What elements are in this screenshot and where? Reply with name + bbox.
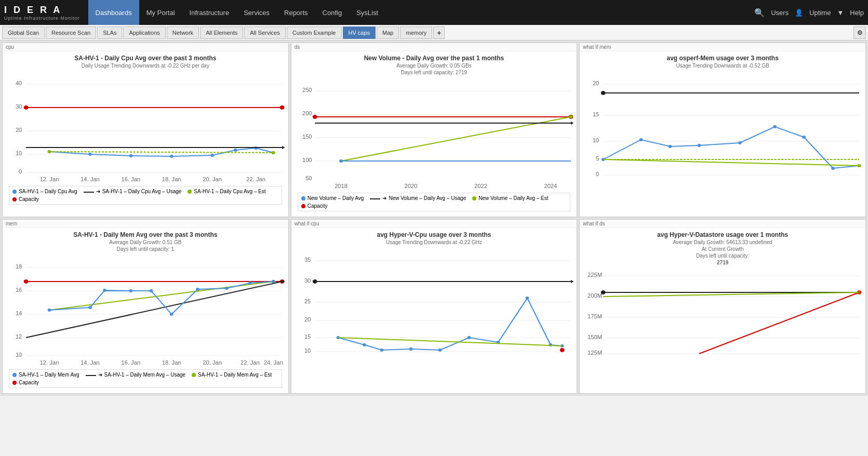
- tab-slas[interactable]: SLAs: [97, 26, 122, 39]
- svg-point-96: [24, 279, 29, 284]
- tab-hv-caps[interactable]: HV caps: [343, 26, 376, 39]
- svg-text:5: 5: [596, 156, 599, 162]
- panel-ds-content: New Volume - Daily Avg over the past 1 m…: [291, 51, 577, 217]
- svg-text:14. Jan: 14. Jan: [81, 177, 100, 182]
- app-logo: I D E R A Uptime Infrastructure Monitor: [4, 5, 80, 21]
- svg-point-150: [601, 290, 606, 294]
- panel-cpu: cpu SA-HV-1 - Daily Cpu Avg over the pas…: [2, 43, 289, 217]
- nav-infrastructure[interactable]: Infrastructure: [182, 0, 237, 25]
- svg-point-102: [48, 309, 51, 312]
- svg-marker-30: [282, 146, 285, 149]
- tab-global-scan[interactable]: Global Scan: [2, 26, 45, 39]
- search-icon[interactable]: 🔍: [754, 8, 765, 18]
- svg-point-134: [525, 297, 529, 300]
- nav-dashboards[interactable]: Dashboards: [88, 0, 139, 25]
- svg-text:50: 50: [305, 176, 312, 181]
- svg-text:14: 14: [16, 311, 22, 316]
- svg-point-70: [698, 144, 701, 147]
- panel-what-if-mem: what if mem avg osperf-Mem usage over 3 …: [579, 43, 866, 217]
- svg-text:15: 15: [593, 112, 599, 117]
- svg-point-138: [559, 348, 564, 352]
- what-if-ds-chart-subtitle2: At Current Growth: [583, 246, 862, 252]
- logo-subtitle: Uptime Infrastructure Monitor: [4, 16, 80, 21]
- svg-text:0: 0: [19, 169, 22, 175]
- svg-text:18. Jan: 18. Jan: [162, 360, 181, 366]
- cpu-chart: 40 30 20 10 0 12. Jan 14. Jan 16. Jan 18…: [6, 70, 285, 184]
- what-if-ds-chart: 225M 200M 175M 150M 125M: [583, 266, 862, 360]
- what-if-ds-chart-subtitle4: 2719: [583, 260, 862, 265]
- tab-network[interactable]: Network: [167, 26, 199, 39]
- cpu-legend: SA-HV-1 – Daily Cpu Avg ➜SA-HV-1 – Daily…: [9, 186, 282, 205]
- svg-point-28: [272, 151, 275, 154]
- svg-text:10: 10: [16, 352, 22, 358]
- panel-mem-label: mem: [3, 220, 288, 228]
- panel-ds: ds New Volume - Daily Avg over the past …: [291, 43, 578, 217]
- nav-uptime[interactable]: Uptime: [809, 9, 831, 17]
- mem-chart-subtitle2: Days left until capacity: 1: [6, 246, 285, 252]
- panel-what-if-mem-label: what if mem: [580, 43, 865, 51]
- svg-line-76: [604, 159, 860, 166]
- ds-chart-subtitle1: Average Daily Growth: 0.05 GBs: [295, 63, 574, 69]
- panel-what-if-mem-content: avg osperf-Mem usage over 3 months Usage…: [580, 51, 865, 187]
- svg-text:2020: 2020: [404, 183, 417, 189]
- svg-point-106: [150, 289, 153, 292]
- svg-text:250: 250: [302, 87, 312, 93]
- svg-point-129: [380, 348, 383, 352]
- svg-point-71: [738, 141, 742, 144]
- svg-text:20: 20: [16, 127, 22, 133]
- svg-text:200M: 200M: [587, 293, 602, 299]
- nav-reports[interactable]: Reports: [277, 0, 315, 25]
- svg-text:175M: 175M: [587, 314, 602, 319]
- svg-text:18. Jan: 18. Jan: [162, 177, 181, 182]
- svg-text:22. Jan: 22. Jan: [246, 177, 265, 182]
- svg-point-21: [129, 154, 132, 157]
- tab-memory[interactable]: memory: [400, 26, 432, 39]
- svg-text:40: 40: [16, 81, 22, 86]
- tab-add-button[interactable]: +: [433, 26, 445, 39]
- tab-all-elements[interactable]: All Elements: [200, 26, 243, 39]
- svg-point-24: [234, 149, 237, 152]
- tab-applications[interactable]: Applications: [123, 26, 165, 39]
- svg-text:10: 10: [304, 348, 311, 354]
- nav-person-icon: 👤: [795, 9, 803, 17]
- tab-map[interactable]: Map: [377, 26, 399, 39]
- nav-myportal[interactable]: My Portal: [139, 0, 182, 25]
- panel-mem: mem SA-HV-1 - Daily Mem Avg over the pas…: [2, 219, 289, 394]
- panel-what-if-ds-label: what if ds: [580, 220, 865, 228]
- tab-all-services[interactable]: All Services: [244, 26, 285, 39]
- nav-services[interactable]: Services: [236, 0, 277, 25]
- svg-text:150: 150: [302, 134, 312, 140]
- svg-point-130: [409, 347, 412, 351]
- svg-line-137: [338, 338, 562, 346]
- svg-text:14. Jan: 14. Jan: [81, 360, 100, 366]
- svg-text:22. Jan: 22. Jan: [241, 360, 260, 366]
- nav-syslist[interactable]: SysList: [349, 0, 385, 25]
- what-if-mem-chart-subtitle: Usage Trending Downwards at -0.52 GB: [583, 63, 862, 69]
- svg-point-105: [129, 289, 132, 292]
- svg-point-132: [467, 336, 471, 339]
- tab-settings-button[interactable]: ⚙: [853, 26, 866, 39]
- tab-resource-scan[interactable]: Resource Scan: [46, 26, 96, 39]
- svg-text:20: 20: [304, 317, 311, 323]
- what-if-mem-chart: 20 15 10 5 0: [583, 70, 862, 184]
- svg-point-111: [272, 280, 275, 283]
- svg-text:150M: 150M: [587, 334, 602, 340]
- svg-point-74: [832, 167, 835, 170]
- nav-items: Dashboards My Portal Infrastructure Serv…: [88, 0, 755, 25]
- nav-dropdown-icon[interactable]: ▼: [837, 9, 844, 17]
- cpu-chart-subtitle: Daily Usage Trending Downwards at -0.22 …: [6, 63, 285, 69]
- svg-text:35: 35: [304, 257, 311, 263]
- tab-custom-example[interactable]: Custom Example: [287, 26, 342, 39]
- svg-text:18: 18: [16, 264, 22, 270]
- svg-text:20: 20: [593, 81, 599, 86]
- nav-help[interactable]: Help: [850, 9, 864, 17]
- svg-text:16: 16: [16, 287, 22, 293]
- what-if-cpu-chart: 35 30 25 20 15 10: [295, 246, 574, 360]
- svg-text:12: 12: [16, 334, 22, 340]
- nav-config[interactable]: Config: [315, 0, 350, 25]
- svg-point-110: [248, 281, 252, 285]
- nav-users[interactable]: Users: [771, 9, 789, 17]
- panel-cpu-content: SA-HV-1 - Daily Cpu Avg over the past 3 …: [3, 51, 288, 210]
- svg-point-107: [170, 313, 173, 316]
- svg-text:30: 30: [304, 278, 311, 284]
